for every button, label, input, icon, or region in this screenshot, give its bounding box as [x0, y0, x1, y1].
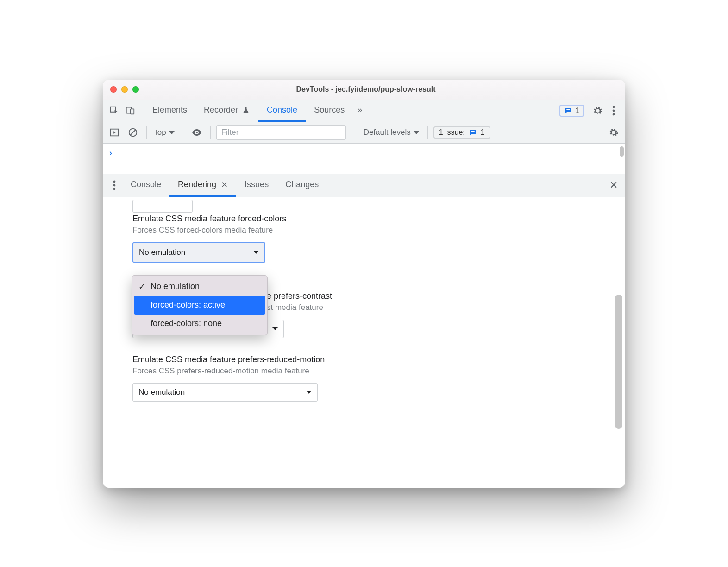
- option-label: forced-colors: none: [151, 319, 222, 328]
- title-bar: DevTools - jec.fyi/demo/pup-slow-result: [103, 80, 625, 100]
- device-toggle-button[interactable]: [122, 103, 138, 119]
- setting-forced-colors: Emulate CSS media feature forced-colors …: [132, 214, 596, 263]
- select-value: No emulation: [138, 388, 185, 397]
- inspect-element-button[interactable]: [107, 103, 122, 119]
- svg-point-11: [113, 181, 116, 183]
- gear-icon: [609, 127, 619, 138]
- levels-value: Default levels: [364, 128, 411, 137]
- console-input-area[interactable]: ›: [103, 144, 625, 174]
- chevron-down-icon: [306, 391, 312, 394]
- scrollbar-thumb[interactable]: [615, 295, 622, 429]
- setting-prefers-reduced-motion: Emulate CSS media feature prefers-reduce…: [132, 355, 596, 402]
- tab-label: Console: [267, 105, 297, 115]
- window-title: DevTools - jec.fyi/demo/pup-slow-result: [139, 85, 593, 94]
- zoom-window-button[interactable]: [132, 86, 139, 93]
- svg-point-9: [196, 132, 198, 133]
- drawer-tab-changes[interactable]: Changes: [277, 174, 327, 197]
- tab-label: »: [358, 105, 362, 115]
- separator: [146, 126, 147, 139]
- svg-point-4: [613, 110, 615, 112]
- svg-rect-2: [566, 109, 570, 110]
- option-forced-colors-none[interactable]: forced-colors: none: [134, 315, 265, 333]
- forced-colors-select[interactable]: No emulation: [132, 242, 265, 263]
- devtools-window: DevTools - jec.fyi/demo/pup-slow-result …: [103, 80, 625, 488]
- drawer-more-button[interactable]: [107, 177, 122, 193]
- close-icon[interactable]: ✕: [221, 180, 228, 190]
- separator: [600, 126, 600, 139]
- scrollbar-thumb[interactable]: [620, 146, 624, 157]
- close-drawer-button[interactable]: ✕: [606, 177, 621, 193]
- badge-count: 1: [575, 107, 579, 115]
- setting-desc: Forces CSS forced-colors media feature: [132, 226, 596, 235]
- main-tab-bar: Elements Recorder Console Sources » 1: [103, 100, 625, 122]
- check-icon: ✓: [138, 282, 146, 292]
- drawer-tab-label: Issues: [245, 180, 269, 189]
- filter-input[interactable]: [216, 125, 346, 140]
- tab-more[interactable]: »: [353, 100, 367, 122]
- separator: [183, 126, 183, 139]
- option-forced-colors-active[interactable]: forced-colors: active: [134, 296, 265, 315]
- kebab-icon: [612, 106, 615, 116]
- eye-icon: [191, 127, 202, 138]
- chevron-down-icon: [272, 327, 278, 330]
- drawer-tab-issues[interactable]: Issues: [236, 174, 277, 197]
- sidebar-toggle-icon: [109, 127, 119, 138]
- issues-counter[interactable]: 1 Issue: 1: [433, 126, 490, 139]
- drawer-tab-label: Changes: [285, 180, 319, 189]
- live-expression-button[interactable]: [189, 125, 205, 140]
- chevron-down-icon: [253, 251, 259, 254]
- issues-label: 1 Issue:: [439, 128, 465, 137]
- drawer-tab-rendering[interactable]: Rendering ✕: [169, 174, 236, 197]
- prefers-reduced-motion-select[interactable]: No emulation: [132, 383, 318, 402]
- svg-rect-1: [131, 109, 134, 114]
- forced-colors-options-popup: ✓ No emulation forced-colors: active for…: [132, 275, 268, 335]
- separator: [427, 126, 428, 139]
- log-levels-select[interactable]: Default levels: [361, 126, 422, 139]
- tab-sources[interactable]: Sources: [306, 100, 353, 122]
- inspect-icon: [109, 106, 119, 116]
- option-label: No emulation: [151, 282, 200, 291]
- issues-count: 1: [481, 128, 485, 137]
- chevron-down-icon: [414, 131, 419, 134]
- separator: [210, 126, 211, 139]
- svg-point-12: [113, 184, 116, 187]
- clear-console-button[interactable]: [125, 125, 141, 140]
- drawer-tab-console[interactable]: Console: [122, 174, 169, 197]
- toggle-sidebar-button[interactable]: [107, 125, 122, 140]
- close-icon: ✕: [609, 179, 618, 191]
- main-tabs: Elements Recorder Console Sources »: [144, 100, 367, 122]
- select-value: No emulation: [139, 248, 185, 257]
- svg-point-5: [613, 113, 615, 116]
- flask-icon: [242, 106, 250, 114]
- console-settings-button[interactable]: [606, 125, 621, 140]
- more-menu-button[interactable]: [606, 103, 621, 119]
- drawer-tab-label: Rendering: [178, 180, 216, 189]
- close-window-button[interactable]: [110, 86, 117, 93]
- kebab-icon: [113, 180, 116, 190]
- minimize-window-button[interactable]: [121, 86, 128, 93]
- drawer-tab-bar: Console Rendering ✕ Issues Changes ✕: [103, 174, 625, 197]
- tab-label: Recorder: [204, 105, 238, 115]
- device-icon: [125, 106, 135, 116]
- chat-icon: [469, 128, 477, 137]
- console-toolbar: top Default levels 1 Issue: 1: [103, 122, 625, 144]
- tab-console[interactable]: Console: [258, 100, 306, 122]
- tab-recorder[interactable]: Recorder: [195, 100, 258, 122]
- setting-title: Emulate CSS media feature forced-colors: [132, 214, 596, 224]
- setting-title: Emulate CSS media feature prefers-reduce…: [132, 355, 596, 365]
- settings-button[interactable]: [590, 103, 606, 119]
- option-no-emulation[interactable]: ✓ No emulation: [134, 277, 265, 296]
- context-value: top: [155, 128, 166, 137]
- issues-badge[interactable]: 1: [559, 105, 584, 117]
- console-prompt-icon: ›: [109, 148, 112, 158]
- setting-desc: Forces CSS prefers-reduced-motion media …: [132, 366, 596, 376]
- separator: [141, 104, 141, 117]
- tab-elements[interactable]: Elements: [144, 100, 195, 122]
- chevron-down-icon: [169, 131, 175, 134]
- option-label: forced-colors: active: [151, 300, 225, 310]
- svg-rect-10: [471, 131, 475, 132]
- gear-icon: [593, 106, 603, 116]
- drawer-tab-label: Console: [131, 180, 161, 189]
- context-select[interactable]: top: [152, 126, 177, 139]
- tab-label: Elements: [152, 105, 187, 115]
